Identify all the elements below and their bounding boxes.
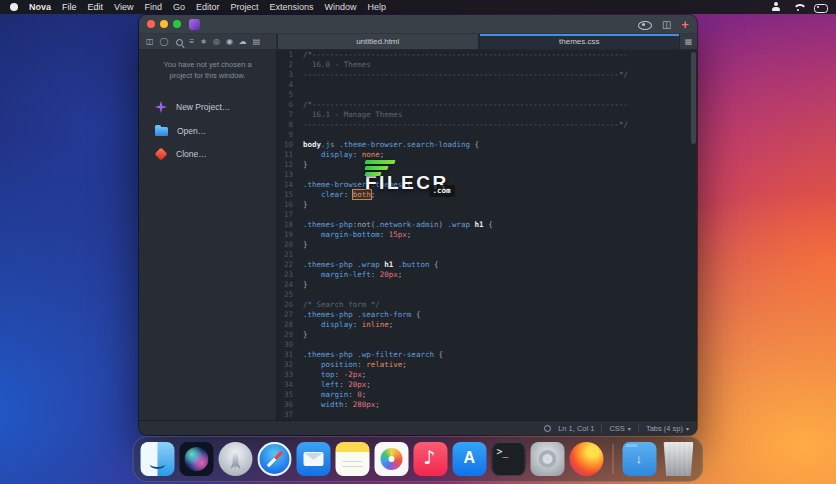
dock-downloads-icon[interactable] [623,442,657,476]
code-line: 13 [277,170,697,180]
tab-grid-icon[interactable]: ▦ [680,34,697,49]
code-line: 17 [277,210,697,220]
tab-label: untitled.html [356,37,399,46]
line-number: 26 [277,300,303,310]
clone-icon [154,147,167,160]
scrollbar-thumb[interactable] [691,52,696,144]
code-line: 1/*-------------------------------------… [277,50,697,60]
scrollbar[interactable] [691,52,696,416]
statusbar-divider [601,424,602,433]
line-number: 18 [277,220,303,230]
grid-icon[interactable]: ▤ [253,34,261,49]
eye-icon[interactable]: ◉ [226,34,233,49]
add-editor-icon[interactable]: + [681,18,689,31]
line-number: 19 [277,230,303,240]
dock-siri-icon[interactable] [180,442,214,476]
sidebar-item-label: Open… [177,126,206,136]
sidebar-item-open[interactable]: Open… [139,119,276,142]
asterisk-icon[interactable]: ∗ [200,34,207,49]
zoom-button[interactable] [173,20,181,28]
line-number: 30 [277,340,303,350]
code-line: 22.themes-php .wrap h1 .button { [277,260,697,270]
line-number: 29 [277,330,303,340]
dock-notes-icon[interactable] [336,442,370,476]
menu-item-editor[interactable]: Editor [196,2,220,12]
code-editor[interactable]: 1/*-------------------------------------… [277,50,697,420]
dock-terminal-icon[interactable] [492,442,526,476]
line-number: 22 [277,260,303,270]
syntax-selector[interactable]: CSS ▾ [609,424,630,433]
dock-settings-icon[interactable] [531,442,565,476]
line-number: 24 [277,280,303,290]
dock-finder-icon[interactable] [141,442,175,476]
sidebar-toggle-icon[interactable]: ◫ [146,34,154,49]
code-line: 32 position: relative; [277,360,697,370]
code-line: 3---------------------------------------… [277,70,697,80]
minimize-button[interactable] [160,20,168,28]
chevron-down-icon: ▾ [628,425,631,432]
menu-item-file[interactable]: File [62,2,77,12]
sidebar-item-clone[interactable]: Clone… [139,142,276,166]
line-number: 11 [277,150,303,160]
menu-item-project[interactable]: Project [230,2,258,12]
dock-appstore-icon[interactable] [453,442,487,476]
line-number: 1 [277,50,303,60]
line-number: 9 [277,130,303,140]
line-number: 37 [277,410,303,420]
tab-untitled-html[interactable]: untitled.html [277,34,479,49]
tab-themes-css[interactable]: themes.css [479,34,681,49]
dock-trash-icon[interactable] [662,442,696,476]
code-line: 6/*-------------------------------------… [277,100,697,110]
code-line: 12} [277,160,697,170]
sidebar-item-new-project[interactable]: New Project… [139,95,276,119]
line-number: 35 [277,390,303,400]
line-number: 32 [277,360,303,370]
code-line: 7 16.1 - Manage Themes [277,110,697,120]
indentation-selector[interactable]: Tabs (4 sp) ▾ [646,424,689,433]
menu-item-find[interactable]: Find [144,2,162,12]
preview-eye-icon[interactable] [638,18,652,31]
control-center-icon[interactable] [814,2,826,13]
statusbar-divider [638,424,639,433]
menu-item-help[interactable]: Help [368,2,387,12]
code-line: 30 [277,340,697,350]
filter-icon[interactable]: ≡ [190,34,195,49]
line-number: 14 [277,180,303,190]
sidebar: You have not yet chosen a project for th… [139,50,277,420]
dock-safari-icon[interactable] [258,442,292,476]
tab-label: themes.css [559,37,599,46]
dock-photos-icon[interactable] [375,442,409,476]
code-line: 19 margin-bottom: 15px; [277,230,697,240]
line-number: 28 [277,320,303,330]
line-number: 10 [277,140,303,150]
cloud-icon[interactable]: ☁ [239,34,247,49]
dock-launchpad-icon[interactable] [219,442,253,476]
target-icon[interactable]: ◎ [213,34,220,49]
activity-circle-icon[interactable]: ◯ [160,34,169,49]
search-icon[interactable] [175,37,184,47]
close-button[interactable] [147,20,155,28]
user-switch-icon[interactable] [770,2,782,13]
dock-firefox-icon[interactable] [570,442,604,476]
code-line: 20} [277,240,697,250]
dock-music-icon[interactable] [414,442,448,476]
code-line: 26/* Search form */ [277,300,697,310]
menu-item-edit[interactable]: Edit [88,2,104,12]
menu-item-view[interactable]: View [114,2,133,12]
line-number: 4 [277,80,303,90]
code-line: 23 margin-left: 20px; [277,270,697,280]
apple-logo-icon[interactable] [10,3,18,11]
menu-item-window[interactable]: Window [325,2,357,12]
dock-mail-icon[interactable] [297,442,331,476]
menu-item-extensions[interactable]: Extensions [269,2,313,12]
window-titlebar[interactable]: ◫ + [139,15,697,33]
wifi-icon[interactable] [792,2,804,13]
line-number: 34 [277,380,303,390]
toolbar-icons: ◫◯≡∗◎◉☁▤ [139,34,277,49]
menu-item-nova[interactable]: Nova [29,2,51,12]
dock-divider [613,444,614,474]
split-editor-icon[interactable]: ◫ [662,18,671,31]
menu-item-go[interactable]: Go [173,2,185,12]
code-line: 37 [277,410,697,420]
line-number: 2 [277,60,303,70]
